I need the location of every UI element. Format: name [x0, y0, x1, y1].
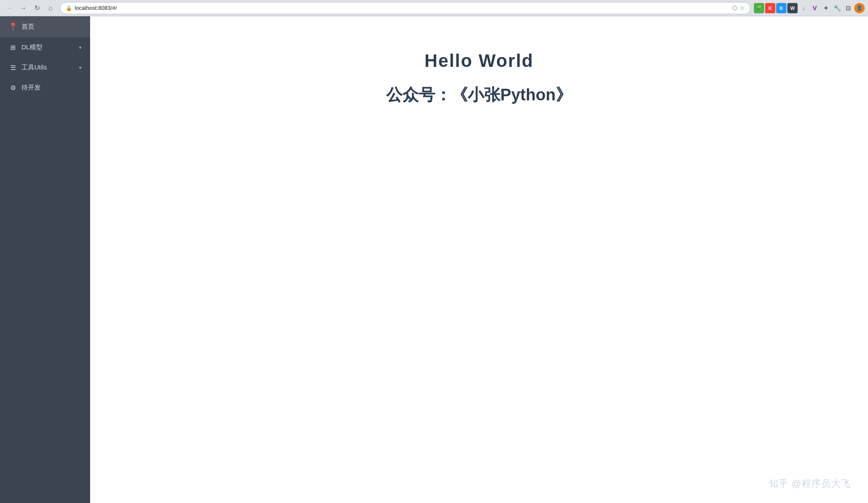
sidebar: 📍 首页 ⊞ DL模型 ▾ ☰ 工具Utils ▾ ⚙ 待开发	[0, 16, 90, 503]
ext-icon-7[interactable]: ✦	[821, 3, 831, 13]
browser-chrome: ← → ↻ ⌂ 🔒 localhost:8083/#/ ⬡ ☆ 🧩 K K W …	[0, 0, 868, 16]
sidebar-item-dl-model[interactable]: ⊞ DL模型 ▾	[0, 37, 90, 57]
pending-icon: ⚙	[9, 84, 17, 92]
ext-icon-8[interactable]: 🔧	[832, 3, 842, 13]
ext-icon-1[interactable]: 🧩	[754, 3, 764, 13]
main-content: Hello World 公众号：《小张Python》 知乎 @程序员大飞	[90, 16, 868, 503]
ext-icon-6[interactable]: V	[810, 3, 820, 13]
ext-icon-9[interactable]: ⊡	[843, 3, 853, 13]
sidebar-label-tools: 工具Utils	[21, 63, 75, 72]
chevron-down-icon-tools: ▾	[79, 65, 82, 71]
home-icon: 📍	[9, 22, 17, 31]
star-icon: ☆	[740, 5, 745, 11]
ext-icon-avatar[interactable]: 👤	[854, 3, 865, 13]
extension-icons: 🧩 K K W ↓ V ✦ 🔧 ⊡ 👤	[754, 3, 865, 13]
watermark: 知乎 @程序员大飞	[769, 477, 851, 490]
sidebar-item-tools[interactable]: ☰ 工具Utils ▾	[0, 57, 90, 78]
dl-model-icon: ⊞	[9, 44, 17, 51]
sidebar-item-pending[interactable]: ⚙ 待开发	[0, 78, 90, 98]
main-title: Hello World	[424, 51, 534, 71]
refresh-button[interactable]: ↻	[31, 2, 43, 14]
sidebar-label-dl-model: DL模型	[21, 43, 75, 51]
nav-buttons: ← → ↻ ⌂	[3, 2, 57, 14]
url-text: localhost:8083/#/	[75, 5, 730, 11]
address-bar[interactable]: 🔒 localhost:8083/#/ ⬡ ☆	[60, 2, 750, 14]
forward-button[interactable]: →	[17, 2, 29, 14]
tools-icon: ☰	[9, 64, 17, 72]
ext-icon-5[interactable]: ↓	[798, 3, 809, 13]
sidebar-label-home: 首页	[21, 23, 82, 31]
ext-icon-2[interactable]: K	[765, 3, 775, 13]
browser-actions: 🧩 K K W ↓ V ✦ 🔧 ⊡ 👤	[754, 3, 865, 13]
back-button[interactable]: ←	[3, 2, 15, 14]
sidebar-label-pending: 待开发	[21, 84, 82, 92]
chevron-down-icon-dl: ▾	[79, 45, 82, 51]
share-icon: ⬡	[732, 5, 737, 11]
lock-icon: 🔒	[66, 5, 72, 11]
sidebar-item-home[interactable]: 📍 首页	[0, 16, 90, 37]
ext-icon-4[interactable]: W	[787, 3, 798, 13]
home-button[interactable]: ⌂	[45, 2, 57, 14]
ext-icon-3[interactable]: K	[776, 3, 786, 13]
app-container: 📍 首页 ⊞ DL模型 ▾ ☰ 工具Utils ▾ ⚙ 待开发 Hello Wo…	[0, 16, 868, 503]
main-subtitle: 公众号：《小张Python》	[386, 84, 572, 106]
